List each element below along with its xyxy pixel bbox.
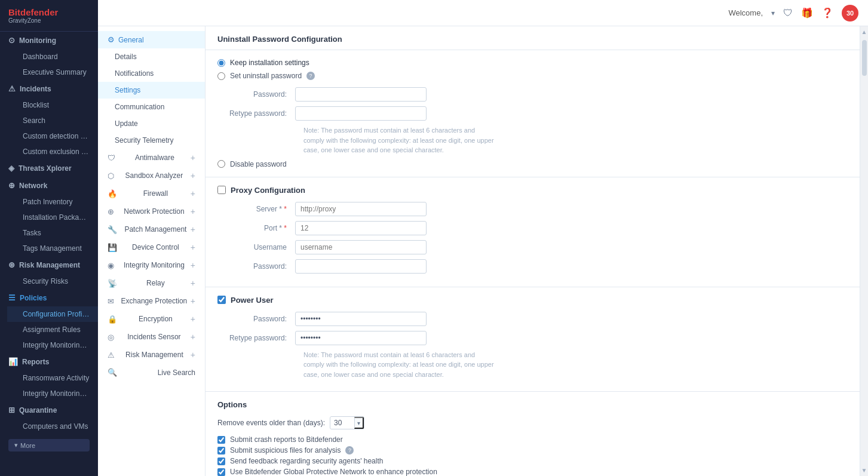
suspicious-files-info-icon[interactable]: ?	[345, 446, 354, 454]
expand-relay-icon[interactable]: +	[191, 278, 195, 288]
shield-icon[interactable]: 🛡	[783, 8, 793, 19]
sidebar-item-configuration-profiles[interactable]: Configuration Profiles	[7, 306, 98, 322]
sidebar-item-tags-management[interactable]: Tags Management	[7, 241, 98, 256]
nav-notifications[interactable]: Notifications	[98, 65, 205, 82]
sidebar-group-quarantine[interactable]: ⊞ Quarantine	[0, 401, 98, 419]
radio-set-uninstall[interactable]: Set uninstall password ?	[217, 72, 848, 80]
exchange-icon: ✉	[108, 297, 114, 306]
live-search-icon: 🔍	[108, 368, 117, 377]
sidebar-item-integrity-monitoring-rules[interactable]: Integrity Monitoring Rules	[7, 337, 98, 353]
power-user-checkbox[interactable]	[217, 296, 226, 304]
expand-integrity-icon[interactable]: +	[191, 260, 195, 270]
scrollbar-thumb[interactable]	[862, 40, 867, 76]
sidebar-group-reports[interactable]: 📊 Reports	[0, 353, 98, 370]
sidebar-item-assignment-rules[interactable]: Assignment Rules	[7, 322, 98, 337]
nav-group-antimalware[interactable]: 🛡 Antimalware +	[98, 149, 205, 167]
sidebar-group-incidents[interactable]: ⚠ Incidents	[0, 80, 98, 97]
help-icon[interactable]: ❓	[821, 7, 833, 19]
sidebar-item-executive-summary[interactable]: Executive Summary	[7, 65, 98, 80]
retype-label: Retype password:	[217, 109, 295, 118]
nav-group-encryption[interactable]: 🔒 Encryption +	[98, 310, 205, 328]
sidebar-item-custom-exclusion[interactable]: Custom exclusion rules	[7, 144, 98, 159]
radio-keep-installation[interactable]: Keep installation settings	[217, 59, 848, 67]
expand-firewall-icon[interactable]: +	[191, 189, 195, 198]
nav-group-relay[interactable]: 📡 Relay +	[98, 274, 205, 292]
sidebar-group-monitoring[interactable]: ⊙ Monitoring	[0, 32, 98, 49]
retype-password-input[interactable]	[295, 106, 427, 121]
more-button[interactable]: ▾ More	[8, 439, 90, 452]
sidebar-item-search[interactable]: Search	[7, 113, 98, 128]
crash-reports-checkbox[interactable]	[217, 436, 225, 444]
global-network-checkbox[interactable]	[217, 468, 225, 476]
nav-group-device-control-label: Device Control	[132, 243, 179, 251]
expand-sandbox-icon[interactable]: +	[191, 171, 195, 180]
nav-group-firewall[interactable]: 🔥 Firewall +	[98, 185, 205, 202]
proxy-port-input[interactable]	[295, 221, 427, 235]
sidebar-item-custom-detection[interactable]: Custom detection rules	[7, 128, 98, 144]
sidebar-item-security-risks[interactable]: Security Risks	[7, 274, 98, 289]
dropdown-arrow[interactable]: ▾	[771, 9, 775, 17]
gift-icon[interactable]: 🎁	[801, 7, 813, 19]
nav-settings[interactable]: Settings	[98, 82, 205, 99]
nav-communication[interactable]: Communication	[98, 99, 205, 115]
nav-group-network-protection-label: Network Protection	[124, 207, 184, 216]
expand-device-control-icon[interactable]: +	[191, 242, 195, 252]
expand-antimalware-icon[interactable]: +	[191, 153, 195, 162]
nav-group-live-search[interactable]: 🔍 Live Search	[98, 364, 205, 381]
sidebar-item-tasks[interactable]: Tasks	[7, 225, 98, 241]
expand-network-prot-icon[interactable]: +	[191, 207, 195, 216]
sidebar-item-patch-inventory[interactable]: Patch Inventory	[7, 194, 98, 210]
nav-group-sandbox[interactable]: ⬡ Sandbox Analyzer +	[98, 167, 205, 185]
nav-group-network-protection[interactable]: ⊕ Network Protection +	[98, 202, 205, 220]
proxy-username-input[interactable]	[295, 240, 427, 254]
scroll-up-arrow[interactable]: ▲	[859, 26, 868, 38]
password-input[interactable]	[295, 87, 427, 102]
sidebar-group-policies[interactable]: ☰ Policies	[0, 289, 98, 306]
nav-group-exchange[interactable]: ✉ Exchange Protection +	[98, 292, 205, 310]
nav-security-telemetry[interactable]: Security Telemetry	[98, 132, 205, 149]
sidebar-group-threats[interactable]: ◈ Threats Xplorer	[0, 159, 98, 177]
nav-details[interactable]: Details	[98, 48, 205, 65]
proxy-checkbox[interactable]	[217, 186, 226, 194]
proxy-password-input[interactable]	[295, 259, 427, 274]
expand-risk-mgmt-icon[interactable]: +	[191, 350, 195, 360]
sidebar-item-computers-vms[interactable]: Computers and VMs	[7, 419, 98, 434]
nav-group-device-control[interactable]: 💾 Device Control +	[98, 238, 205, 256]
sidebar-item-dashboard[interactable]: Dashboard	[7, 49, 98, 65]
sidebar-group-network[interactable]: ⊕ Network	[0, 177, 98, 194]
nav-group-incidents-sensor[interactable]: ◎ Incidents Sensor +	[98, 328, 205, 346]
suspicious-files-checkbox[interactable]	[217, 447, 225, 454]
set-uninstall-info-icon[interactable]: ?	[306, 72, 315, 80]
nav-update[interactable]: Update	[98, 115, 205, 132]
scroll-down-arrow[interactable]: ▼	[859, 465, 868, 476]
expand-exchange-icon[interactable]: +	[191, 296, 195, 306]
nav-group-integrity-label: Integrity Monitoring	[124, 261, 185, 269]
power-user-retype-input[interactable]	[295, 331, 427, 345]
scrollbar[interactable]: ▲ ▼	[860, 26, 868, 476]
feedback-checkbox[interactable]	[217, 457, 225, 465]
sidebar-item-integrity-events[interactable]: Integrity Monitoring Events	[7, 386, 98, 401]
nav-group-patch-management[interactable]: 🔧 Patch Management +	[98, 220, 205, 238]
expand-encryption-icon[interactable]: +	[191, 314, 195, 324]
radio-set-input[interactable]	[217, 72, 225, 80]
nav-group-risk-management[interactable]: ⚠ Risk Management +	[98, 346, 205, 364]
nav-general[interactable]: ⚙ General	[98, 31, 205, 48]
nav-group-relay-label: Relay	[146, 279, 165, 287]
radio-keep-input[interactable]	[217, 59, 225, 67]
expand-incidents-sensor-icon[interactable]: +	[191, 332, 195, 342]
radio-disable[interactable]: Disable password	[217, 160, 848, 168]
nav-group-integrity[interactable]: ◉ Integrity Monitoring +	[98, 256, 205, 274]
global-network-label: Use Bitdefender Global Protective Networ…	[230, 468, 437, 476]
spinner-down-button[interactable]: ▾	[354, 417, 364, 429]
expand-patch-mgmt-icon[interactable]: +	[191, 225, 195, 234]
sidebar-item-installation-packages[interactable]: Installation Packages	[7, 210, 98, 225]
proxy-server-input[interactable]	[295, 202, 427, 216]
remove-events-input[interactable]	[330, 417, 354, 429]
avatar[interactable]: 30	[842, 5, 858, 22]
network-prot-icon: ⊕	[108, 207, 114, 216]
power-user-password-input[interactable]	[295, 312, 427, 326]
radio-disable-input[interactable]	[217, 160, 225, 168]
sidebar-item-blocklist[interactable]: Blocklist	[7, 97, 98, 113]
sidebar-group-risk[interactable]: ⊛ Risk Management	[0, 256, 98, 274]
sidebar-item-ransomware[interactable]: Ransomware Activity	[7, 370, 98, 386]
